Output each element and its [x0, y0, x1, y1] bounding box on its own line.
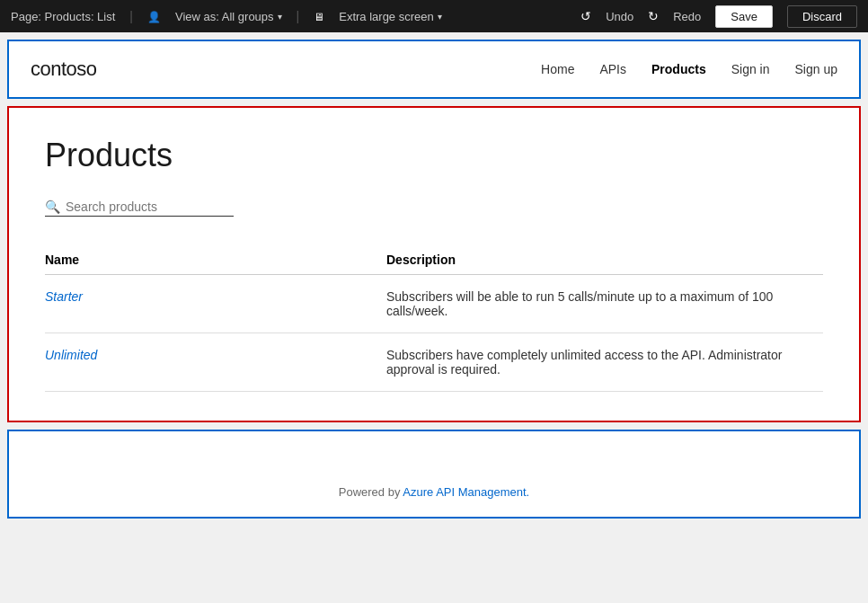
products-table: Name Description StarterSubscribers will…: [45, 245, 823, 392]
view-as-selector[interactable]: View as: All groups: [175, 10, 282, 23]
product-description-cell: Subscribers have completely unlimited ac…: [386, 333, 823, 392]
body-section: Products 🔍 Name Description StarterSubsc…: [7, 106, 861, 422]
toolbar: Page: Products: List | View as: All grou…: [0, 0, 868, 32]
page-title: Products: [45, 137, 823, 174]
toolbar-separator: |: [129, 9, 133, 23]
footer-section: Powered by Azure API Management.: [7, 430, 861, 519]
search-input[interactable]: [66, 200, 227, 214]
undo-icon: [580, 9, 591, 23]
search-container: 🔍: [45, 200, 234, 217]
screen-selector[interactable]: Extra large screen: [339, 10, 442, 23]
footer-powered-by: Powered by: [339, 485, 403, 499]
person-icon: [147, 9, 161, 23]
product-description-cell: Subscribers will be able to run 5 calls/…: [386, 275, 823, 333]
product-name-cell: Unlimited: [45, 333, 386, 392]
nav-apis[interactable]: APIs: [599, 62, 626, 76]
site-nav: Home APIs Products Sign in Sign up: [541, 62, 837, 76]
toolbar-separator2: |: [297, 9, 300, 23]
monitor-icon: [314, 9, 324, 23]
col-header-name: Name: [45, 245, 386, 275]
product-name-link[interactable]: Starter: [45, 289, 83, 304]
nav-products[interactable]: Products: [651, 62, 706, 76]
footer-link[interactable]: Azure API Management.: [403, 485, 529, 499]
table-row: StarterSubscribers will be able to run 5…: [45, 275, 823, 333]
save-button[interactable]: Save: [715, 5, 773, 28]
site-logo: contoso: [31, 58, 97, 81]
col-header-description: Description: [386, 245, 823, 275]
product-name-cell: Starter: [45, 275, 386, 333]
footer-text: Powered by Azure API Management.: [31, 485, 837, 499]
product-name-link[interactable]: Unlimited: [45, 348, 97, 362]
discard-button[interactable]: Discard: [787, 5, 857, 28]
nav-home[interactable]: Home: [541, 62, 574, 76]
nav-sign-in[interactable]: Sign in: [731, 62, 770, 76]
undo-button[interactable]: Undo: [606, 10, 633, 23]
table-row: UnlimitedSubscribers have completely unl…: [45, 333, 823, 392]
page-wrapper: contoso Home APIs Products Sign in Sign …: [0, 32, 868, 526]
page-label: Page: Products: List: [11, 10, 115, 23]
redo-icon: [648, 9, 659, 23]
nav-sign-up[interactable]: Sign up: [795, 62, 837, 76]
site-header: contoso Home APIs Products Sign in Sign …: [9, 41, 859, 97]
redo-button[interactable]: Redo: [673, 10, 701, 23]
header-section: contoso Home APIs Products Sign in Sign …: [7, 40, 861, 99]
search-icon: 🔍: [45, 200, 60, 214]
